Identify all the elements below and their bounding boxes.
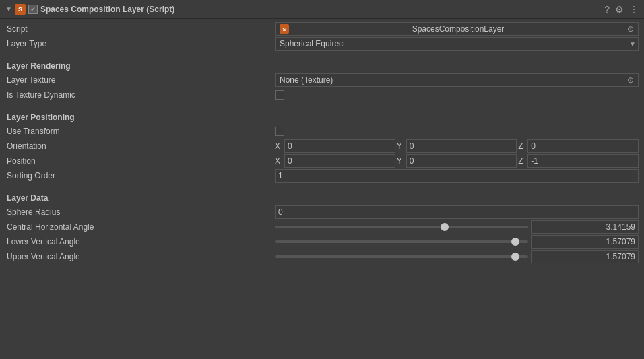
- position-field: X Y Z: [275, 154, 639, 168]
- circle-icon[interactable]: ⊙: [627, 24, 634, 34]
- position-row: Position X Y Z: [0, 154, 644, 168]
- sphere-radius-row: Sphere Radius: [0, 205, 644, 220]
- position-y-label: Y: [397, 156, 405, 166]
- lower-vertical-angle-field: [275, 235, 639, 249]
- lower-vertical-angle-track[interactable]: [275, 240, 528, 243]
- layer-texture-row: Layer Texture None (Texture) ⊙: [0, 73, 644, 88]
- sorting-order-input[interactable]: [275, 169, 639, 183]
- central-horizontal-angle-value[interactable]: [531, 220, 639, 234]
- position-x-input[interactable]: [284, 154, 395, 168]
- orientation-row: Orientation X Y Z: [0, 139, 644, 154]
- is-texture-dynamic-field: [275, 90, 639, 100]
- section-data-header: Layer Data: [5, 189, 639, 204]
- component-icon: S: [15, 4, 26, 15]
- layer-type-field: Spherical Equirect Quad Cylinder Equirec…: [275, 37, 639, 51]
- upper-vertical-angle-thumb[interactable]: [511, 253, 519, 261]
- central-horizontal-angle-label: Central Horizontal Angle: [5, 222, 275, 232]
- lower-vertical-angle-slider-row: [275, 235, 639, 249]
- section-positioning-row: Layer Positioning: [0, 108, 644, 124]
- collapse-arrow-icon[interactable]: ▼: [5, 5, 12, 13]
- use-transform-row: Use Transform: [0, 124, 644, 139]
- orientation-field: X Y Z: [275, 139, 639, 153]
- orientation-x-item: X: [275, 139, 395, 153]
- settings-icon[interactable]: ⚙: [615, 4, 624, 15]
- sphere-radius-field: [275, 205, 639, 219]
- sorting-order-label: Sorting Order: [5, 171, 275, 181]
- sphere-radius-label: Sphere Radius: [5, 207, 275, 217]
- layer-type-label: Layer Type: [5, 39, 275, 48]
- upper-vertical-angle-row: Upper Vertical Angle: [0, 249, 644, 264]
- script-field: S SpacesCompositionLayer ⊙: [275, 22, 639, 36]
- central-horizontal-angle-row: Central Horizontal Angle: [0, 220, 644, 234]
- sorting-order-field: [275, 169, 639, 183]
- lower-vertical-angle-row: Lower Vertical Angle: [0, 234, 644, 249]
- script-ref-display[interactable]: S SpacesCompositionLayer ⊙: [275, 22, 639, 36]
- upper-vertical-angle-value[interactable]: [531, 250, 639, 263]
- position-x-item: X: [275, 154, 395, 168]
- script-row: Script S SpacesCompositionLayer ⊙: [0, 22, 644, 36]
- orientation-x-input[interactable]: [284, 139, 395, 153]
- orientation-z-item: Z: [518, 139, 639, 153]
- section-positioning-header: Layer Positioning: [5, 108, 639, 123]
- use-transform-checkbox[interactable]: [275, 127, 284, 136]
- layer-type-select[interactable]: Spherical Equirect Quad Cylinder Equirec…: [275, 37, 639, 51]
- use-transform-field: [275, 127, 639, 136]
- section-rendering-header: Layer Rendering: [5, 57, 639, 72]
- lower-vertical-angle-label: Lower Vertical Angle: [5, 237, 275, 247]
- layer-texture-value: None (Texture): [280, 75, 333, 85]
- layer-type-row: Layer Type Spherical Equirect Quad Cylin…: [0, 36, 644, 51]
- sphere-radius-input[interactable]: [275, 205, 639, 219]
- position-x-label: X: [275, 156, 283, 166]
- use-transform-label: Use Transform: [5, 127, 275, 136]
- layer-texture-field: None (Texture) ⊙: [275, 73, 639, 87]
- central-horizontal-angle-track[interactable]: [275, 226, 528, 228]
- script-ref-value: SpacesCompositionLayer: [412, 24, 505, 34]
- sorting-order-row: Sorting Order: [0, 168, 644, 183]
- section-data-row: Layer Data: [0, 189, 644, 205]
- upper-vertical-angle-track[interactable]: [275, 255, 528, 258]
- orientation-y-input[interactable]: [406, 139, 517, 153]
- position-z-label: Z: [518, 156, 526, 166]
- position-z-item: Z: [518, 154, 639, 168]
- orientation-x-label: X: [275, 141, 283, 151]
- upper-vertical-angle-field: [275, 250, 639, 263]
- position-y-input[interactable]: [406, 154, 517, 168]
- orientation-y-item: Y: [397, 139, 517, 153]
- orientation-y-label: Y: [397, 141, 405, 151]
- orientation-label: Orientation: [5, 141, 275, 151]
- component-title: Spaces Composition Layer (Script): [40, 5, 174, 14]
- upper-vertical-angle-label: Upper Vertical Angle: [5, 252, 275, 261]
- upper-vertical-angle-slider-row: [275, 250, 639, 263]
- lower-vertical-angle-value[interactable]: [531, 235, 639, 249]
- script-ref-icon: S: [280, 24, 289, 34]
- position-xyz-group: X Y Z: [275, 154, 639, 168]
- position-label: Position: [5, 156, 275, 166]
- orientation-xyz-group: X Y Z: [275, 139, 639, 153]
- layer-type-select-wrapper: Spherical Equirect Quad Cylinder Equirec…: [275, 37, 639, 51]
- is-texture-dynamic-checkbox[interactable]: [275, 90, 284, 100]
- help-icon[interactable]: ?: [604, 4, 610, 15]
- component-enable-checkbox[interactable]: [28, 5, 38, 14]
- menu-icon[interactable]: ⋮: [629, 4, 639, 15]
- position-y-item: Y: [397, 154, 517, 168]
- central-horizontal-angle-slider-row: [275, 220, 639, 234]
- layer-texture-label: Layer Texture: [5, 75, 275, 85]
- script-label: Script: [5, 24, 275, 34]
- is-texture-dynamic-row: Is Texture Dynamic: [0, 88, 644, 102]
- is-texture-dynamic-label: Is Texture Dynamic: [5, 90, 275, 100]
- title-bar: ▼ S Spaces Composition Layer (Script) ? …: [0, 0, 644, 19]
- target-icon[interactable]: ⊙: [627, 75, 634, 85]
- orientation-z-input[interactable]: [527, 139, 639, 153]
- layer-texture-display[interactable]: None (Texture) ⊙: [275, 73, 639, 87]
- lower-vertical-angle-thumb[interactable]: [511, 238, 519, 246]
- orientation-z-label: Z: [518, 141, 526, 151]
- central-horizontal-angle-field: [275, 220, 639, 234]
- central-horizontal-angle-thumb[interactable]: [441, 223, 449, 231]
- component-content: Script S SpacesCompositionLayer ⊙ Layer …: [0, 19, 644, 267]
- position-z-input[interactable]: [527, 154, 639, 168]
- section-rendering-row: Layer Rendering: [0, 57, 644, 73]
